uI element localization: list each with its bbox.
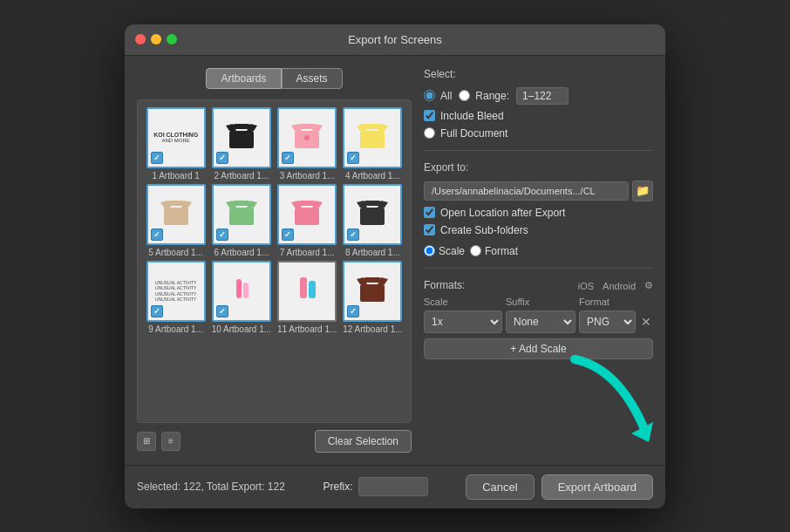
scale-radio-text: Scale <box>439 245 465 257</box>
view-toggle: ⊞ ≡ <box>137 432 180 451</box>
thumb-checkbox-6[interactable] <box>216 228 228 241</box>
format-radio-label[interactable]: Format <box>470 245 518 257</box>
clear-selection-button[interactable]: Clear Selection <box>315 430 412 453</box>
thumb-checkbox-2[interactable] <box>216 152 228 164</box>
tab-assets[interactable]: Assets <box>282 68 343 89</box>
thumb-checkbox-8[interactable] <box>347 228 359 241</box>
thumb-item-1[interactable]: KOI CLOTHINGAND MORE 1 Artboard 1 <box>145 107 207 181</box>
format-radio[interactable] <box>470 245 481 256</box>
thumb-img-10 <box>212 261 271 322</box>
svg-rect-16 <box>167 201 185 206</box>
thumb-item-4[interactable]: 4 Artboard 1... <box>342 107 404 181</box>
format-col-header: Format <box>579 297 653 307</box>
thumb-item-5[interactable]: 5 Artboard 1... <box>145 184 207 257</box>
open-location-checkbox[interactable] <box>424 207 435 218</box>
thumb-checkbox-12[interactable] <box>347 305 359 317</box>
tab-artboards[interactable]: Artboards <box>206 68 281 89</box>
svg-rect-17 <box>229 208 254 225</box>
full-document-label: Full Document <box>440 127 507 140</box>
thumb-img-12 <box>343 261 402 322</box>
all-radio-label[interactable]: All <box>424 90 452 102</box>
full-document-radio[interactable] <box>424 127 435 139</box>
thumb-item-2[interactable]: 2 Artboard 1... <box>210 107 272 181</box>
scale-row-header: Scale Suffix Format <box>424 297 653 307</box>
svg-rect-20 <box>233 201 250 206</box>
range-input[interactable] <box>516 87 569 105</box>
svg-point-8 <box>304 135 310 140</box>
android-label[interactable]: Android <box>603 281 636 291</box>
arrow-annotation <box>566 351 665 455</box>
svg-rect-7 <box>298 124 316 129</box>
export-path-display: /Users/annabelinacia/Documents.../CL <box>424 181 629 201</box>
thumb-label-10: 10 Artboard 1... <box>212 324 271 334</box>
thumb-item-11[interactable]: 11 Artboard 1... <box>276 261 338 334</box>
export-to-section: Export to: /Users/annabelinacia/Document… <box>424 161 653 257</box>
add-scale-button[interactable]: + Add Scale <box>424 338 653 359</box>
prefix-label: Prefix: <box>323 481 353 493</box>
suffix-select[interactable]: None @2x <box>506 310 575 333</box>
thumb-label-7: 7 Artboard 1... <box>280 248 335 257</box>
grid-view-button[interactable]: ⊞ <box>137 432 156 451</box>
list-view-button[interactable]: ≡ <box>161 432 180 451</box>
thumb-checkbox-10[interactable] <box>216 305 228 317</box>
path-row: /Users/annabelinacia/Documents.../CL 📁 <box>424 181 653 201</box>
tab-row: Artboards Assets <box>137 68 412 89</box>
thumb-img-3 <box>277 107 337 168</box>
status-text: Selected: 122, Total Export: 122 <box>137 481 285 493</box>
thumb-item-6[interactable]: 6 Artboard 1... <box>210 184 272 257</box>
thumb-checkbox-3[interactable] <box>282 152 294 164</box>
fullscreen-button[interactable] <box>167 34 177 44</box>
svg-rect-31 <box>300 277 307 298</box>
svg-rect-9 <box>360 131 385 148</box>
svg-marker-37 <box>631 422 653 442</box>
thumb-img-7 <box>277 184 337 245</box>
svg-rect-28 <box>364 201 381 206</box>
range-radio-label[interactable]: Range: <box>459 90 509 102</box>
range-radio[interactable] <box>459 90 470 101</box>
thumb-item-8[interactable]: 8 Artboard 1... <box>342 184 404 257</box>
thumb-img-9: UNUSUAL ACTIVITYUNUSUAL ACTIVITYUNUSUAL … <box>146 261 206 322</box>
thumb-checkbox-9[interactable] <box>151 305 163 317</box>
thumb-img-8 <box>343 184 402 245</box>
right-panel: Select: All Range: <box>424 68 653 453</box>
minimize-button[interactable] <box>151 34 161 44</box>
browse-folder-button[interactable]: 📁 <box>632 181 653 201</box>
thumb-checkbox-1[interactable] <box>151 152 163 164</box>
ios-label[interactable]: iOS <box>578 281 594 291</box>
svg-rect-12 <box>364 124 381 129</box>
export-artboard-button[interactable]: Export Artboard <box>541 474 653 500</box>
full-document-row: Full Document <box>424 127 653 140</box>
thumb-item-12[interactable]: 12 Artboard 1... <box>342 261 404 334</box>
thumb-item-7[interactable]: 7 Artboard 1... <box>276 184 338 257</box>
svg-rect-21 <box>295 208 319 225</box>
select-section: Select: All Range: <box>424 68 653 140</box>
prefix-input[interactable] <box>358 477 428 496</box>
create-subfolders-checkbox[interactable] <box>424 224 435 235</box>
format-select[interactable]: PNG JPG SVG PDF <box>579 310 636 333</box>
scale-radio-label[interactable]: Scale <box>424 245 465 257</box>
scale-select[interactable]: 1x 2x 3x <box>424 310 502 333</box>
svg-rect-36 <box>364 277 381 283</box>
open-location-row: Open Location after Export <box>424 207 653 219</box>
thumbnails-container[interactable]: KOI CLOTHINGAND MORE 1 Artboard 1 <box>137 99 412 423</box>
thumb-checkbox-4[interactable] <box>347 152 359 164</box>
scale-radio[interactable] <box>424 245 435 256</box>
gear-icon[interactable]: ⚙ <box>644 280 653 291</box>
thumb-item-9[interactable]: UNUSUAL ACTIVITYUNUSUAL ACTIVITYUNUSUAL … <box>145 261 207 334</box>
thumb-img-5 <box>146 184 206 245</box>
thumb-item-3[interactable]: 3 Artboard 1... <box>276 107 338 181</box>
close-button[interactable] <box>135 34 146 44</box>
remove-scale-button[interactable]: ✕ <box>639 315 653 329</box>
include-bleed-checkbox[interactable] <box>424 110 435 121</box>
title-bar: Export for Screens <box>125 24 665 56</box>
thumb-checkbox-5[interactable] <box>151 228 163 241</box>
svg-rect-30 <box>243 283 249 298</box>
cancel-button[interactable]: Cancel <box>466 474 534 500</box>
full-document-radio-label[interactable]: Full Document <box>424 127 507 140</box>
thumbnails-grid: KOI CLOTHINGAND MORE 1 Artboard 1 <box>138 100 411 341</box>
thumb-checkbox-7[interactable] <box>282 228 294 241</box>
thumb-label-12: 12 Artboard 1... <box>343 324 402 334</box>
left-panel: Artboards Assets KOI CLOTHINGAND MORE 1 … <box>137 68 412 453</box>
all-radio[interactable] <box>424 90 435 101</box>
thumb-item-10[interactable]: 10 Artboard 1... <box>210 261 272 334</box>
